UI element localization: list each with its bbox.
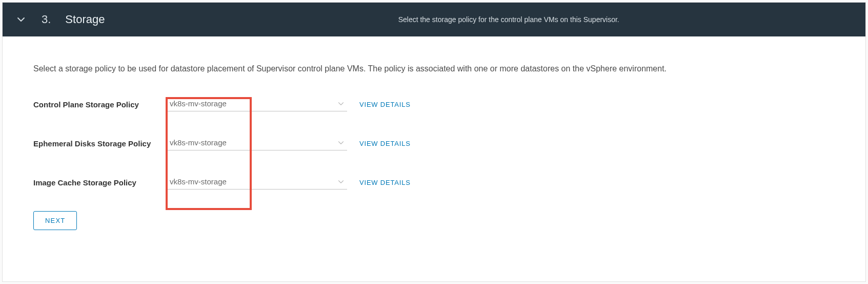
ephemeral-view-details-link[interactable]: VIEW DETAILS — [359, 140, 411, 147]
storage-policy-form: Control Plane Storage Policy vk8s-mv-sto… — [33, 97, 835, 190]
control-plane-view-details-link[interactable]: VIEW DETAILS — [359, 101, 411, 108]
next-button[interactable]: NEXT — [33, 211, 77, 230]
step-content: Select a storage policy to be used for d… — [3, 36, 865, 281]
image-cache-select-value: vk8s-mv-storage — [170, 177, 338, 186]
step-header[interactable]: 3. Storage Select the storage policy for… — [3, 3, 865, 36]
ephemeral-row: Ephemeral Disks Storage Policy vk8s-mv-s… — [33, 136, 835, 150]
step-title: Storage — [65, 13, 105, 26]
ephemeral-label: Ephemeral Disks Storage Policy — [33, 139, 168, 148]
chevron-down-icon — [338, 101, 344, 107]
ephemeral-select-value: vk8s-mv-storage — [170, 138, 338, 147]
control-plane-select-value: vk8s-mv-storage — [170, 99, 338, 108]
image-cache-row: Image Cache Storage Policy vk8s-mv-stora… — [33, 175, 835, 190]
image-cache-select[interactable]: vk8s-mv-storage — [168, 175, 347, 190]
step-subtitle: Select the storage policy for the contro… — [347, 15, 619, 24]
control-plane-label: Control Plane Storage Policy — [33, 100, 168, 109]
step-description: Select a storage policy to be used for d… — [33, 61, 828, 77]
image-cache-label: Image Cache Storage Policy — [33, 178, 168, 187]
chevron-down-icon — [17, 15, 25, 24]
control-plane-row: Control Plane Storage Policy vk8s-mv-sto… — [33, 97, 835, 111]
step-number: 3. — [42, 13, 51, 26]
chevron-down-icon — [338, 179, 344, 185]
storage-step-panel: 3. Storage Select the storage policy for… — [2, 2, 866, 282]
chevron-down-icon — [338, 140, 344, 146]
control-plane-select[interactable]: vk8s-mv-storage — [168, 97, 347, 111]
ephemeral-select[interactable]: vk8s-mv-storage — [168, 136, 347, 150]
image-cache-view-details-link[interactable]: VIEW DETAILS — [359, 179, 411, 186]
